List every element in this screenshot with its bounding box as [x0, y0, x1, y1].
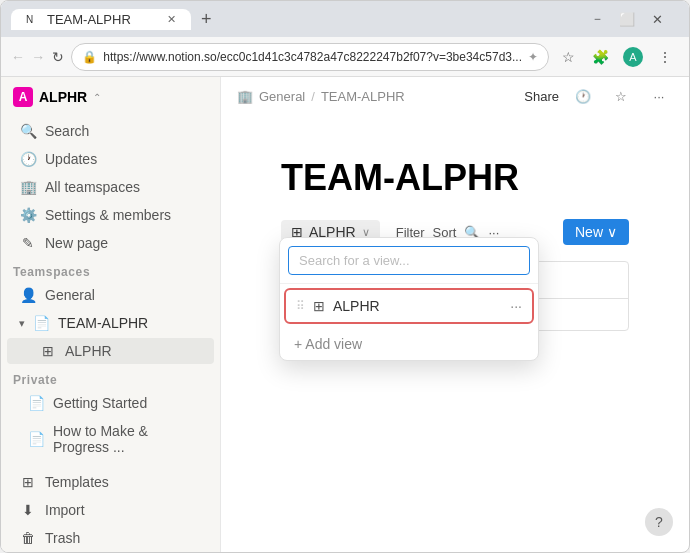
page-title: TEAM-ALPHR: [281, 157, 629, 199]
new-button[interactable]: New ∨: [563, 219, 629, 245]
back-button[interactable]: ←: [11, 43, 25, 71]
sidebar-item-getting-started[interactable]: 📄 Getting Started: [7, 390, 214, 416]
breadcrumb-workspace-icon: 🏢: [237, 89, 253, 104]
active-tab[interactable]: N TEAM-ALPHR ✕: [11, 9, 191, 30]
star-icon[interactable]: ☆: [607, 83, 635, 111]
main-content: 🏢 General / TEAM-ALPHR Share 🕐 ☆ ··· TEA…: [221, 77, 689, 552]
import-icon: ⬇: [19, 502, 37, 518]
maximize-icon[interactable]: ⬜: [615, 7, 639, 31]
history-icon[interactable]: 🕐: [569, 83, 597, 111]
sidebar-team-alphr-label: TEAM-ALPHR: [58, 315, 148, 331]
sidebar-general-label: General: [45, 287, 95, 303]
private-section-label: Private: [1, 365, 220, 389]
breadcrumb: 🏢 General / TEAM-ALPHR Share 🕐 ☆ ···: [221, 77, 689, 117]
window-controls: － ⬜ ✕: [575, 7, 679, 31]
page-content: TEAM-ALPHR ⊞ ALPHR ∨ Filter Sort 🔍 ···: [221, 117, 689, 552]
sidebar-getting-started-label: Getting Started: [53, 395, 147, 411]
sidebar: A ALPHR ⌃ 🔍 Search 🕐 Updates 🏢 All teams…: [1, 77, 221, 552]
app-body: A ALPHR ⌃ 🔍 Search 🕐 Updates 🏢 All teams…: [1, 77, 689, 552]
sidebar-item-how-to-make[interactable]: 📄 How to Make & Progress ...: [7, 418, 214, 460]
new-page-icon: ✎: [19, 235, 37, 251]
more-options-icon[interactable]: ···: [645, 83, 673, 111]
workspace-header[interactable]: A ALPHR ⌃: [1, 77, 220, 117]
dropdown-search-area: [280, 238, 538, 284]
sidebar-item-search[interactable]: 🔍 Search: [7, 118, 214, 144]
getting-started-icon: 📄: [27, 395, 45, 411]
how-to-make-icon: 📄: [27, 431, 45, 447]
new-tab-button[interactable]: +: [191, 9, 222, 30]
url-text: https://www.notion.so/ecc0c1d41c3c4782a4…: [103, 50, 522, 64]
sidebar-templates-label: Templates: [45, 474, 109, 490]
team-alphr-icon: 📄: [33, 315, 50, 331]
general-icon: 👤: [19, 287, 37, 303]
browser-window: N TEAM-ALPHR ✕ + － ⬜ ✕ ← → ↻ 🔒: [0, 0, 690, 553]
view-item-more-icon[interactable]: ···: [510, 298, 522, 314]
workspace-avatar: A: [13, 87, 33, 107]
sidebar-settings-label: Settings & members: [45, 207, 171, 223]
sidebar-item-all-teamspaces[interactable]: 🏢 All teamspaces: [7, 174, 214, 200]
breadcrumb-separator: /: [311, 89, 315, 104]
extensions-icon[interactable]: 🧩: [587, 43, 615, 71]
sidebar-item-team-alphr[interactable]: ▾ 📄 TEAM-ALPHR: [7, 310, 214, 336]
bookmark-icon[interactable]: ☆: [555, 43, 583, 71]
sidebar-how-to-make-label: How to Make & Progress ...: [53, 423, 202, 455]
close-icon[interactable]: ✕: [645, 7, 669, 31]
minimize-icon[interactable]: －: [585, 7, 609, 31]
settings-icon: ⚙️: [19, 207, 37, 223]
nav-bar: ← → ↻ 🔒 https://www.notion.so/ecc0c1d41c…: [1, 37, 689, 77]
breadcrumb-workspace: General: [259, 89, 305, 104]
share-button[interactable]: Share: [524, 89, 559, 104]
sidebar-item-templates[interactable]: ⊞ Templates: [7, 469, 214, 495]
sidebar-item-trash[interactable]: 🗑 Trash: [7, 525, 214, 551]
trash-icon: 🗑: [19, 530, 37, 546]
menu-icon[interactable]: ⋮: [651, 43, 679, 71]
collapse-icon: ▾: [19, 317, 25, 330]
sidebar-import-label: Import: [45, 502, 85, 518]
address-bar[interactable]: 🔒 https://www.notion.so/ecc0c1d41c3c4782…: [71, 43, 549, 71]
workspace-name: ALPHR: [39, 89, 87, 105]
dropdown-view-item-alphr[interactable]: ⠿ ⊞ ALPHR ···: [284, 288, 534, 324]
sidebar-item-general[interactable]: 👤 General: [7, 282, 214, 308]
tab-title: TEAM-ALPHR: [47, 12, 155, 27]
view-item-name: ALPHR: [333, 298, 502, 314]
sidebar-trash-label: Trash: [45, 530, 80, 546]
teamspaces-section-label: Teamspaces: [1, 257, 220, 281]
workspace-chevron-icon: ⌃: [93, 92, 101, 103]
sidebar-updates-label: Updates: [45, 151, 97, 167]
updates-icon: 🕐: [19, 151, 37, 167]
new-chevron-icon: ∨: [607, 224, 617, 240]
sidebar-alphr-label: ALPHR: [65, 343, 112, 359]
sidebar-all-teamspaces-label: All teamspaces: [45, 179, 140, 195]
title-bar: N TEAM-ALPHR ✕ + － ⬜ ✕: [1, 1, 689, 37]
add-view-label: + Add view: [294, 336, 362, 352]
profile-icon[interactable]: A: [619, 43, 647, 71]
sidebar-item-new-page[interactable]: ✎ New page: [7, 230, 214, 256]
reload-button[interactable]: ↻: [51, 43, 65, 71]
drag-handle-icon: ⠿: [296, 299, 305, 313]
view-search-input[interactable]: [288, 246, 530, 275]
tab-bar: N TEAM-ALPHR ✕ +: [11, 9, 567, 30]
tab-favicon: N: [23, 11, 39, 27]
tab-close-button[interactable]: ✕: [163, 11, 179, 27]
breadcrumb-page: TEAM-ALPHR: [321, 89, 405, 104]
help-button[interactable]: ?: [645, 508, 673, 536]
alphr-grid-icon: ⊞: [39, 343, 57, 359]
sidebar-item-import[interactable]: ⬇ Import: [7, 497, 214, 523]
breadcrumb-share-area: Share 🕐 ☆ ···: [524, 83, 673, 111]
forward-button[interactable]: →: [31, 43, 45, 71]
sidebar-item-updates[interactable]: 🕐 Updates: [7, 146, 214, 172]
sidebar-new-page-label: New page: [45, 235, 108, 251]
view-dropdown: ⠿ ⊞ ALPHR ··· + Add view: [279, 237, 539, 361]
nav-right-controls: ☆ 🧩 A ⋮: [555, 43, 679, 71]
all-teamspaces-icon: 🏢: [19, 179, 37, 195]
sidebar-item-alphr[interactable]: ⊞ ALPHR: [7, 338, 214, 364]
search-icon: 🔍: [19, 123, 37, 139]
sidebar-item-settings[interactable]: ⚙️ Settings & members: [7, 202, 214, 228]
templates-icon: ⊞: [19, 474, 37, 490]
add-view-button[interactable]: + Add view: [280, 328, 538, 360]
sidebar-search-label: Search: [45, 123, 89, 139]
svg-text:N: N: [26, 14, 33, 25]
view-item-grid-icon: ⊞: [313, 298, 325, 314]
